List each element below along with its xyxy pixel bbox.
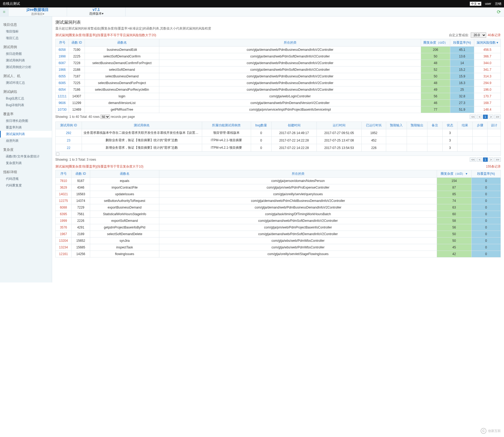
column-header[interactable]: 预期输出 <box>407 122 427 129</box>
seq-link[interactable]: 13204 <box>59 239 68 243</box>
seq-link[interactable]: 12161 <box>59 252 68 256</box>
hamburger-icon[interactable]: ≡ <box>0 7 9 16</box>
column-header[interactable]: 测试用例名 <box>82 122 202 129</box>
table-row[interactable]: 1323415685inspectTaskcom/gtja/wbs/web/Pd… <box>56 244 501 251</box>
column-header[interactable]: 已运行时长 <box>362 122 386 129</box>
seq-link[interactable]: 12275 <box>59 199 68 203</box>
column-header[interactable]: 序号 <box>56 39 69 47</box>
table-row[interactable]: 60587190businessDemandEditcom/gtja/deman… <box>56 47 501 53</box>
table-row[interactable]: 19992226exportSoftDemandcom/gtja/demand/… <box>56 218 501 224</box>
pager-first[interactable]: << <box>470 157 476 162</box>
table-row[interactable]: 60887229exportBusinessDemandcom/gtja/dem… <box>56 204 501 211</box>
sidebar-item[interactable]: 项目指标 <box>0 28 52 35</box>
sidebar-item[interactable]: 测试环境汇总 <box>0 80 52 86</box>
column-header[interactable]: 序号 <box>56 170 72 178</box>
column-header[interactable]: 圈复杂度（cc0） ▾ <box>437 170 472 178</box>
table-row[interactable]: 22新增业务需求，验证【项目摘要】统计的“需求”总数ITPM-v4.2.1-项目… <box>56 144 501 152</box>
sidebar-item[interactable]: 测试漏洞列表 <box>0 131 52 138</box>
seq-link[interactable]: 14021 <box>59 192 68 196</box>
sidebar-item[interactable]: 代码违规 <box>0 176 52 182</box>
column-header[interactable]: 函数名 <box>85 39 159 47</box>
sidebar-item[interactable]: 崩溃列表 <box>0 138 52 144</box>
seq-link[interactable]: 1998 <box>59 55 66 58</box>
seq-link[interactable]: 1967 <box>60 232 67 236</box>
seq-link[interactable]: 7810 <box>60 179 67 183</box>
column-header[interactable]: 段覆盖率(%) <box>450 39 474 47</box>
column-header[interactable]: 结果 <box>457 122 473 129</box>
pager-first[interactable]: << <box>470 115 476 119</box>
column-header[interactable]: 函数名 <box>90 170 159 178</box>
seq-link[interactable]: 1999 <box>60 219 67 223</box>
table-row[interactable]: 1073012469getPMRootTreecom/gtja/pm/servi… <box>56 106 501 113</box>
column-header[interactable]: bug数量 <box>251 122 272 129</box>
table-row[interactable]: 36294346importContractFilecom/gtja/pm/we… <box>56 184 501 191</box>
table-row[interactable]: 60857225selectBusinessDemandForProjectco… <box>56 80 501 86</box>
seq-link[interactable]: 6055 <box>59 74 66 78</box>
pager-page-1[interactable]: 1 <box>483 115 488 119</box>
column-header[interactable]: 设计 <box>488 122 501 129</box>
column-header[interactable]: 创建时间 <box>272 122 317 129</box>
column-header[interactable]: 函数 ID <box>69 39 85 47</box>
seq-link[interactable]: 13234 <box>59 245 68 249</box>
column-header[interactable]: 运行时间 <box>316 122 362 129</box>
seq-link[interactable]: 1966 <box>59 68 66 72</box>
sidebar-item[interactable]: Bug详细列表 <box>0 102 52 109</box>
column-header[interactable]: 状态 <box>442 122 457 129</box>
column-header[interactable]: 步骤 <box>472 122 488 129</box>
sidebar-item[interactable]: 测试用例统计分析 <box>0 64 52 70</box>
column-header[interactable]: 测试用例 ID <box>56 122 82 129</box>
table-row[interactable]: 1320415652synJiracom/gtja/wbs/web/PdmWbs… <box>56 238 501 244</box>
logout-link[interactable]: 注销 <box>495 2 501 6</box>
testcase-link[interactable]: 292 <box>66 131 71 135</box>
column-header[interactable]: 漏洞风险指数 ▾ <box>474 39 501 47</box>
user-label[interactable]: user <box>485 2 491 6</box>
column-header[interactable]: 备注 <box>427 122 443 129</box>
table-row[interactable]: 60557187selectBusinessDemandcom/gtja/dem… <box>56 73 501 80</box>
column-header[interactable]: 所在的类 <box>159 170 437 178</box>
horizontal-scrollbar[interactable] <box>55 152 501 156</box>
seq-link[interactable]: 6395 <box>60 212 67 216</box>
table-row[interactable]: 63957561StatisticalWorkHoursStageInfocom… <box>56 211 501 218</box>
pager-page-1[interactable]: 1 <box>483 157 488 162</box>
table-row[interactable]: 960611299demandVersionListcom/gtja/deman… <box>56 100 501 106</box>
seq-link[interactable]: 6087 <box>59 61 66 65</box>
seq-link[interactable]: 10730 <box>58 108 66 111</box>
sidebar-item[interactable]: 复杂度列表 <box>0 160 52 167</box>
sidebar-item[interactable]: 函数/类/文件复杂度统计 <box>0 153 52 160</box>
testcase-link[interactable]: 22 <box>67 146 70 150</box>
sidebar-item[interactable]: 项目汇总 <box>0 35 52 41</box>
pager-prev[interactable]: < <box>477 157 482 162</box>
project-block[interactable]: j2ee数据项目 选择项目▾ <box>9 7 67 16</box>
refresh-icon[interactable]: ⟳ <box>497 9 501 15</box>
version-block[interactable]: v7.1 选择版本▾ <box>67 7 126 16</box>
seq-link[interactable]: 6058 <box>59 48 66 52</box>
sidebar-item[interactable]: Bug信息汇总 <box>0 95 52 102</box>
column-header[interactable]: 所属功能测试用例类 <box>202 122 251 129</box>
sidebar-item[interactable]: 按日增长趋势图 <box>0 118 52 124</box>
seq-link[interactable]: 6085 <box>59 81 66 85</box>
custom-threshold-select[interactable]: 20.0 <box>471 32 486 38</box>
seq-link[interactable]: 3629 <box>60 186 67 189</box>
table-row[interactable]: 1221114307logincom/gtja/web/LoginControl… <box>56 93 501 100</box>
column-header[interactable]: 所在的类 <box>159 39 421 47</box>
seq-link[interactable]: 6088 <box>60 206 67 209</box>
table-row[interactable]: 78109187equalscom/gtja/person/domain/Not… <box>56 178 501 184</box>
table-row[interactable]: 1216114256flowingIssuescom/gtja/oreilly/… <box>56 251 501 257</box>
pager-last[interactable]: >> <box>494 115 501 119</box>
testcase-link[interactable]: 23 <box>67 139 70 142</box>
seq-link[interactable]: 12211 <box>58 94 66 98</box>
table-row[interactable]: 19662188selectSoftDemandcom/gtja/demand/… <box>56 66 501 73</box>
table-row[interactable]: 1402116583updateIssuescom/gtja/oreilly/s… <box>56 191 501 198</box>
column-header[interactable]: 预期输入 <box>386 122 407 129</box>
table-row[interactable]: 60877228selectBusinessDemandConfirmForPr… <box>56 60 501 66</box>
table-row[interactable]: 1227514374setButtonAuthorityToRequestcom… <box>56 198 501 204</box>
pager-last[interactable]: >> <box>494 157 501 162</box>
table-row[interactable]: 292业务需求基线版本中存在二级业务需求关联开发任务非基线开发任务版本【设置基线… <box>56 129 501 137</box>
sidebar-item[interactable]: 覆盖率列表 <box>0 124 52 131</box>
column-header[interactable]: 圈复杂度（cc0） <box>421 39 450 47</box>
page-size-select[interactable]: 50 <box>101 115 110 119</box>
pager-next[interactable]: > <box>489 157 493 162</box>
table-row[interactable]: 35764291getpdmProjectBaseinfoByPIdcom/gt… <box>56 224 501 231</box>
language-select[interactable]: 中文 <box>470 2 481 6</box>
seq-link[interactable]: 9606 <box>59 101 66 105</box>
